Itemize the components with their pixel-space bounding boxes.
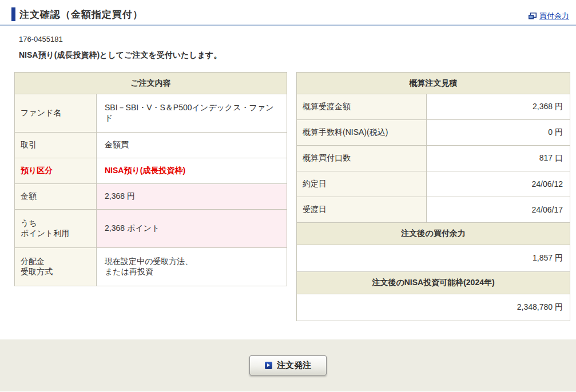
buying-power-link-label: 買付余力 [539, 11, 569, 21]
table-section-header-row: ご注文内容 [15, 73, 287, 94]
row-label: うち ポイント利用 [15, 210, 97, 248]
order-number: 176-0455181 [19, 35, 576, 43]
row-value: NISA預り(成長投資枠) [97, 158, 287, 184]
table-section-header-row: 概算注文見積 [297, 73, 570, 94]
info-block: 176-0455181 NISA預り(成長投資枠)としてご注文を受付いたします。 [0, 26, 576, 61]
row-label: 概算買付口数 [297, 146, 427, 171]
table-row-deposit-type: 預り区分 NISA預り(成長投資枠) [15, 158, 287, 184]
row-value: 817 口 [427, 146, 570, 171]
table-row-settlement-date: 受渡日 24/06/17 [297, 197, 570, 223]
page-title: 注文確認（金額指定買付） [19, 8, 143, 21]
table-row-amount: 金額 2,368 円 [15, 184, 287, 210]
table-row-points-used: うち ポイント利用 2,368 ポイント [15, 210, 287, 248]
row-label: 分配金 受取方式 [15, 248, 97, 286]
table-row-settlement-amount: 概算受渡金額 2,368 円 [297, 94, 570, 120]
arrow-right-icon [265, 362, 272, 369]
row-label: 概算受渡金額 [297, 94, 427, 120]
table-section-header-row: 注文後の買付余力 [297, 223, 570, 245]
title-accent-bar [11, 7, 15, 21]
row-value: 0 円 [427, 120, 570, 146]
row-label: 取引 [15, 133, 97, 158]
row-value: SBI－SBI・V・S＆P500インデックス・ファンド [97, 94, 287, 133]
table-row-fund-name: ファンド名 SBI－SBI・V・S＆P500インデックス・ファンド [15, 94, 287, 133]
table-row-post-order-buying-power: 1,857 円 [297, 245, 570, 272]
estimate-title: 概算注文見積 [297, 73, 570, 94]
post-order-nisa-limit-title: 注文後のNISA投資可能枠(2024年) [297, 272, 570, 294]
row-value: 1,857 円 [297, 245, 570, 272]
row-value: 2,368 円 [427, 94, 570, 120]
popup-window-icon [529, 13, 537, 19]
row-value: 現在設定中の受取方法、 または再投資 [97, 248, 287, 286]
footer-strip: 注文発注 [0, 339, 576, 391]
row-value: 2,368 円 [97, 184, 287, 210]
table-row-post-order-nisa-limit: 2,348,780 円 [297, 294, 570, 321]
main-area: ご注文内容 ファンド名 SBI－SBI・V・S＆P500インデックス・ファンド … [14, 72, 576, 321]
row-label: 約定日 [297, 171, 427, 197]
submit-order-button[interactable]: 注文発注 [249, 355, 327, 375]
estimate-table: 概算注文見積 概算受渡金額 2,368 円 概算手数料(NISA)(税込) 0 … [296, 72, 570, 321]
order-details-title: ご注文内容 [15, 73, 287, 94]
table-row-trade-date: 約定日 24/06/12 [297, 171, 570, 197]
row-value: 2,368 ポイント [97, 210, 287, 248]
row-value: 2,348,780 円 [297, 294, 570, 321]
row-label: 受渡日 [297, 197, 427, 223]
table-row-fee: 概算手数料(NISA)(税込) 0 円 [297, 120, 570, 146]
buying-power-link[interactable]: 買付余力 [529, 11, 569, 21]
table-row-transaction: 取引 金額買 [15, 133, 287, 158]
row-label: ファンド名 [15, 94, 97, 133]
row-value: 24/06/12 [427, 171, 570, 197]
submit-order-label: 注文発注 [277, 360, 311, 371]
order-message: NISA預り(成長投資枠)としてご注文を受付いたします。 [19, 50, 576, 61]
table-row-units: 概算買付口数 817 口 [297, 146, 570, 171]
row-label: 金額 [15, 184, 97, 210]
row-value: 金額買 [97, 133, 287, 158]
title-wrap: 注文確認（金額指定買付） [11, 7, 143, 21]
row-label: 概算手数料(NISA)(税込) [297, 120, 427, 146]
order-details-table: ご注文内容 ファンド名 SBI－SBI・V・S＆P500インデックス・ファンド … [14, 72, 287, 286]
page-header: 注文確認（金額指定買付） 買付余力 [0, 0, 576, 26]
post-order-buying-power-title: 注文後の買付余力 [297, 223, 570, 245]
row-label: 預り区分 [15, 158, 97, 184]
table-section-header-row: 注文後のNISA投資可能枠(2024年) [297, 272, 570, 294]
table-row-distribution-method: 分配金 受取方式 現在設定中の受取方法、 または再投資 [15, 248, 287, 286]
row-value: 24/06/17 [427, 197, 570, 223]
